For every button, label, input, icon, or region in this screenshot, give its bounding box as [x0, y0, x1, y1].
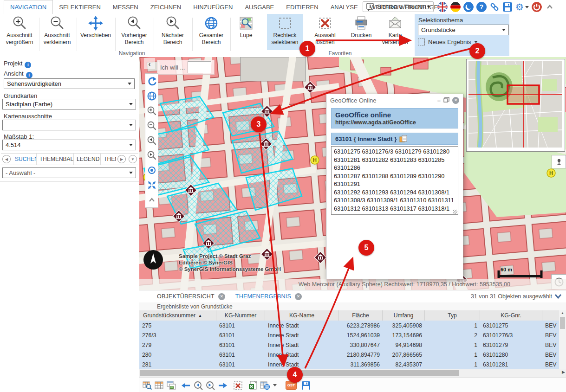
remove-selection-icon[interactable] [232, 380, 244, 391]
cell: 1 [425, 360, 480, 369]
scrollbar-thumb[interactable] [560, 317, 565, 329]
tab-suchen[interactable]: SUCHEN [12, 154, 37, 165]
scroll-right-icon[interactable]: ▶ [562, 370, 565, 374]
tab-themenbaum[interactable]: THEMENBAUM [37, 154, 74, 165]
tab-objektuebersicht[interactable]: OBJEKTÜBERSICHT [157, 293, 215, 300]
tab-zeichnen[interactable]: ZEICHNEN [144, 0, 187, 14]
globe-extent-icon[interactable] [145, 89, 158, 103]
restore-icon[interactable] [443, 97, 449, 104]
massstab-dropdown[interactable]: 4.514 [2, 140, 136, 150]
export-options-caret-icon[interactable] [273, 384, 277, 386]
link-icon[interactable] [489, 2, 500, 12]
night-mode-icon[interactable] [463, 2, 474, 12]
column-header-kg-name[interactable]: KG-Name [265, 310, 339, 321]
table-row[interactable]: 28163101Innere Stadt311,36985682,4353071… [139, 360, 559, 370]
collapse-panel-icon[interactable] [554, 293, 562, 302]
info-icon[interactable]: i [26, 72, 33, 78]
results-panel: OBJEKTÜBERSICHT ✕ THEMENERGEBNIS ✕ 31 vo… [139, 290, 566, 392]
auswahl-dropdown[interactable]: - Auswahl - [2, 167, 136, 178]
tab-ausgabe[interactable]: AUSGABE [239, 0, 280, 14]
first-record-icon[interactable] [180, 380, 192, 391]
overview-map[interactable] [466, 59, 565, 152]
column-header-cut[interactable] [542, 310, 559, 321]
cell: 311,369856 [339, 360, 383, 369]
toolbar-collapse-icon[interactable] [145, 193, 158, 207]
parcel-numbers-textarea[interactable]: 63101275 63101276/3 63101279 63101280 63… [331, 146, 458, 215]
scroll-up-icon[interactable]: ▲ [559, 310, 566, 316]
grundkarten-value: Stadtplan (Farbe) [6, 101, 52, 108]
refresh-map-icon[interactable] [145, 74, 158, 89]
logout-power-icon[interactable] [532, 2, 542, 12]
save-project-icon[interactable] [502, 2, 513, 12]
column-header-grundstuecksnummer[interactable]: Grundstücksnummer▲ [139, 310, 216, 321]
map-prev-extent-icon[interactable] [145, 133, 158, 148]
excel-export-icon[interactable] [247, 380, 259, 391]
horizontal-scrollbar[interactable]: ▶ [139, 369, 566, 377]
close-icon[interactable]: ✕ [452, 97, 459, 104]
overview-pin-button[interactable] [552, 155, 566, 168]
map-next-extent-icon[interactable] [145, 148, 158, 163]
kartenausschnitte-dropdown[interactable] [2, 120, 136, 130]
close-icon[interactable]: ✕ [218, 293, 225, 300]
tab-themenergebnis[interactable]: THEMENERGEBNIS [235, 293, 291, 300]
last-record-icon[interactable] [216, 380, 228, 391]
table-row[interactable]: 27563101Innere Stadt6223,278986325,40590… [139, 321, 559, 331]
close-icon[interactable]: ✕ [295, 293, 302, 300]
geooffice-link[interactable]: https://www.agda.at/GeoOffice [335, 119, 416, 126]
tab-themenergebnis-cut[interactable]: THEM [101, 154, 116, 165]
column-header-flaeche[interactable]: Fläche [339, 310, 383, 321]
resize-handle[interactable] [453, 210, 457, 214]
cell: BEV [542, 360, 559, 369]
select-rectangle-button[interactable]: Rechteck selektieren [267, 14, 303, 50]
table-row[interactable]: 276/363101Innere Stadt1524,961039173,154… [139, 330, 559, 341]
column-header-kg-gnr[interactable]: KG-Gnr. [480, 310, 542, 321]
tabs-scroll-left-icon[interactable]: ◀ [2, 155, 11, 163]
column-header-kg-nummer[interactable]: KG-Nummer [216, 310, 265, 321]
button-label: Rechteck selektieren [271, 32, 298, 46]
tab-navigation[interactable]: NAVIGATION [4, 0, 53, 14]
table-view-icon[interactable] [153, 380, 165, 391]
zoom-next-result-icon[interactable] [204, 380, 216, 391]
column-header-typ[interactable]: Typ [425, 310, 480, 321]
table-header-row: Grundstücksnummer▲ KG-Nummer KG-Name Flä… [139, 310, 559, 321]
visible-themes-dropdown[interactable]: Sichtbare Themen [363, 1, 434, 12]
language-english-icon[interactable] [437, 2, 448, 12]
info-icon[interactable]: i [25, 62, 31, 68]
table-copy-icon[interactable] [165, 380, 177, 391]
table-search-icon[interactable] [141, 380, 153, 391]
column-header-umfang[interactable]: Umfang [383, 310, 425, 321]
map-zoom-in-icon[interactable] [145, 103, 158, 118]
language-german-icon[interactable] [450, 2, 461, 12]
table-row[interactable]: 27963101Innere Stadt330,80764794,9146981… [139, 340, 559, 350]
tab-editieren[interactable]: EDITIEREN [280, 0, 324, 14]
copy-icon[interactable] [399, 135, 407, 143]
tab-analyse[interactable]: ANALYSE [325, 0, 364, 14]
save-results-icon[interactable] [300, 380, 312, 391]
tab-legende[interactable]: LEGENDE [74, 154, 101, 165]
tabs-scroll-right-icon[interactable]: ▶ [117, 155, 126, 163]
minimize-icon[interactable]: – [437, 97, 441, 104]
settings-gear-icon[interactable]: ⚙ [515, 2, 529, 12]
button-label: Nächster Bereich [162, 32, 184, 46]
vertical-scrollbar[interactable]: ▲ [559, 310, 566, 369]
center-map-icon[interactable] [145, 163, 158, 178]
tab-selektieren[interactable]: SELEKTIEREN [53, 0, 107, 14]
chevron-down-icon [128, 83, 131, 85]
tabs-list-icon[interactable]: ▼ [129, 155, 137, 163]
report-export-icon[interactable] [259, 380, 271, 391]
dialog-titlebar[interactable]: GeoOffice Online – ✕ [326, 94, 463, 106]
zoom-prev-result-icon[interactable] [192, 380, 204, 391]
grundkarten-dropdown[interactable]: Stadtplan (Farbe) [2, 99, 136, 109]
selection-theme-dropdown[interactable]: Grundstücke [418, 25, 509, 35]
map-zoom-out-icon[interactable] [145, 118, 158, 133]
ich-will-input[interactable] [188, 61, 211, 73]
ansicht-dropdown[interactable]: Sehenswürdigkeiten [4, 78, 135, 89]
table-row[interactable]: 28063101Innere Stadt2180,894779207,86656… [139, 350, 559, 360]
collapse-ribbon-icon[interactable] [545, 2, 555, 12]
collapse-sidebar-icon[interactable]: ‹ [144, 58, 155, 69]
help-icon[interactable]: ? [476, 2, 487, 12]
tab-messen[interactable]: MESSEN [107, 0, 144, 14]
tab-hinzufuegen[interactable]: HINZUFÜGEN [187, 0, 239, 14]
full-extent-arrows-icon[interactable] [145, 178, 158, 193]
new-result-button[interactable]: Neues Ergebnis [418, 39, 478, 45]
